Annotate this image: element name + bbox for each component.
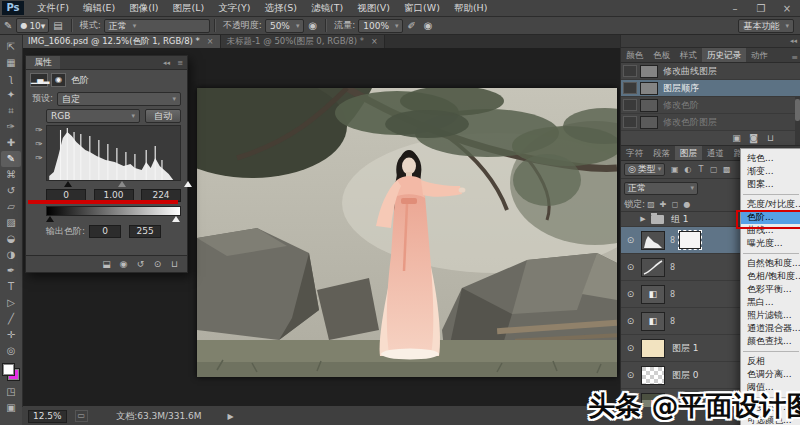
history-source-checkbox[interactable]	[623, 116, 637, 128]
new-snapshot-icon[interactable]: ◙	[745, 133, 762, 143]
menu-type[interactable]: 文字(Y)	[211, 0, 257, 16]
mask-link-icon[interactable]: 8	[670, 290, 675, 299]
brush-preset-picker[interactable]: ● 10 ▾	[16, 18, 49, 33]
dock-collapse-icon[interactable]: ◂◂	[790, 37, 797, 45]
gradient-tool[interactable]: ▨	[1, 215, 21, 231]
document-image[interactable]	[197, 88, 617, 377]
levels-histogram[interactable]	[46, 125, 181, 181]
output-white-field[interactable]: 255	[129, 225, 161, 238]
opacity-select[interactable]: 50% ▾	[265, 19, 305, 33]
document-tab-inactive[interactable]: 未标题-1 @ 50%(图层 0, RGB/8) * ×	[221, 35, 385, 48]
eye-icon[interactable]: ⊙	[623, 235, 638, 245]
pressure-size-icon[interactable]: ◉	[420, 20, 437, 31]
brush-tool-icon[interactable]: ✎	[0, 20, 16, 31]
menu-item-photo-filter[interactable]: 照片滤镜...	[741, 309, 800, 322]
history-source-checkbox[interactable]	[623, 82, 637, 94]
line-tool[interactable]: ╱	[1, 311, 21, 327]
history-item-undone[interactable]: 修改色阶图层	[621, 114, 800, 131]
panel-menu-icon[interactable]: ≡	[791, 53, 800, 62]
eye-icon[interactable]: ⊙	[623, 289, 638, 299]
gray-point-eyedropper-icon[interactable]: ✑	[32, 139, 46, 153]
airbrush-icon[interactable]: ✐	[403, 20, 419, 31]
menu-item-pattern[interactable]: 图案...	[741, 178, 800, 191]
menu-item-solid-color[interactable]: 纯色...	[741, 152, 800, 165]
menu-image[interactable]: 图像(I)	[122, 0, 165, 16]
delete-state-icon[interactable]: ⊔	[762, 133, 779, 143]
properties-tab[interactable]: 属性	[26, 56, 60, 69]
lock-image-icon[interactable]: ◻	[669, 200, 681, 209]
menu-help[interactable]: 帮助(H)	[447, 0, 495, 16]
adjustment-thumbnail[interactable]: ◧	[641, 285, 665, 304]
black-point-eyedropper-icon[interactable]: ✑	[32, 125, 46, 139]
history-item-selected[interactable]: 图层顺序	[621, 80, 800, 97]
status-menu-arrow-icon[interactable]: ▶	[228, 412, 234, 421]
mask-link-icon[interactable]: 8	[670, 236, 675, 245]
mask-icon[interactable]: ◉	[51, 73, 66, 87]
menu-item-color-balance[interactable]: 色彩平衡...	[741, 283, 800, 296]
expander-icon[interactable]: ▶	[638, 215, 648, 223]
history-scrollbar[interactable]	[795, 97, 800, 145]
filter-adjustment-layers-icon[interactable]: ◐	[681, 165, 694, 174]
tab-color[interactable]: 颜色	[621, 48, 648, 62]
clip-to-layer-icon[interactable]: ⬓	[98, 259, 115, 269]
mask-link-icon[interactable]: 8	[670, 263, 675, 272]
close-tab-icon[interactable]: ×	[371, 37, 378, 46]
toggle-brush-panel-icon[interactable]: ▤	[49, 20, 66, 31]
foreground-color-swatch[interactable]	[2, 363, 15, 376]
channel-select[interactable]: RGB ▾	[46, 109, 140, 123]
eye-icon[interactable]: ⊙	[623, 343, 638, 353]
magic-wand-tool[interactable]: ✦	[1, 87, 21, 103]
eye-icon[interactable]: ⊙	[623, 316, 638, 326]
history-item[interactable]: 修改曲线图层	[621, 63, 800, 80]
levels-adjustment-thumbnail[interactable]	[641, 231, 665, 250]
tab-channels[interactable]: 通道	[702, 146, 729, 160]
menu-item-vibrance[interactable]: 自然饱和度...	[741, 257, 800, 270]
delete-adjustment-icon[interactable]: ⊔	[166, 259, 183, 269]
history-source-checkbox[interactable]	[623, 65, 637, 77]
hand-tool[interactable]: ✛	[1, 327, 21, 343]
fill-layer-thumbnail[interactable]	[641, 339, 665, 358]
menu-item-curves[interactable]: 曲线...	[741, 224, 800, 237]
menu-file[interactable]: 文件(F)	[30, 0, 76, 16]
crop-tool[interactable]: ⌗	[1, 103, 21, 119]
lock-all-icon[interactable]: ●	[681, 200, 693, 209]
adjustment-thumbnail[interactable]: ◧	[641, 312, 665, 331]
white-input-slider[interactable]	[184, 181, 192, 187]
menu-item-invert[interactable]: 反相	[741, 355, 800, 368]
menu-layer[interactable]: 图层(L)	[166, 0, 212, 16]
preset-select[interactable]: 自定 ▾	[57, 92, 181, 106]
white-point-eyedropper-icon[interactable]: ✑	[32, 153, 46, 167]
layer-mask-thumbnail[interactable]	[679, 231, 701, 249]
eye-icon[interactable]: ⊙	[623, 262, 638, 272]
quick-mask-button[interactable]: ◳	[1, 384, 21, 400]
menu-view[interactable]: 视图(V)	[350, 0, 397, 16]
close-icon[interactable]: ×	[774, 1, 800, 16]
black-output-slider[interactable]	[46, 216, 54, 222]
filter-shape-layers-icon[interactable]: ▢	[707, 165, 720, 174]
zoom-level-field[interactable]: 12.5%	[28, 410, 67, 423]
menu-filter[interactable]: 滤镜(T)	[304, 0, 350, 16]
ps-logo-icon[interactable]: Ps	[2, 1, 24, 15]
filter-type-layers-icon[interactable]: T	[694, 165, 707, 174]
menu-item-posterize[interactable]: 色调分离...	[741, 368, 800, 381]
panel-collapse-icon[interactable]: ◂◂	[163, 59, 174, 67]
menu-item-exposure[interactable]: 曝光度...	[741, 237, 800, 250]
eyedropper-tool[interactable]: ✑	[1, 119, 21, 135]
history-source-checkbox[interactable]	[623, 99, 637, 111]
tab-swatches[interactable]: 色板	[648, 48, 675, 62]
close-tab-icon[interactable]: ×	[207, 37, 214, 46]
lock-transparent-icon[interactable]: ▨	[645, 200, 657, 209]
menu-item-gradient[interactable]: 渐变...	[741, 165, 800, 178]
minimize-icon[interactable]: –	[722, 1, 748, 16]
tab-styles[interactable]: 样式	[675, 48, 702, 62]
gray-input-slider[interactable]	[118, 181, 126, 187]
healing-brush-tool[interactable]: ✚	[1, 135, 21, 151]
workspace-switcher[interactable]: 基本功能 ▾	[738, 19, 794, 33]
history-brush-tool[interactable]: ↺	[1, 183, 21, 199]
menu-item-channel-mixer[interactable]: 通道混合器...	[741, 322, 800, 335]
eye-icon[interactable]: ⊙	[623, 370, 638, 380]
menu-item-color-lookup[interactable]: 颜色查找...	[741, 335, 800, 348]
screen-mode-button[interactable]: ▣	[1, 400, 21, 416]
pressure-opacity-icon[interactable]: ◉	[304, 20, 321, 31]
pen-tool[interactable]: ✒	[1, 263, 21, 279]
